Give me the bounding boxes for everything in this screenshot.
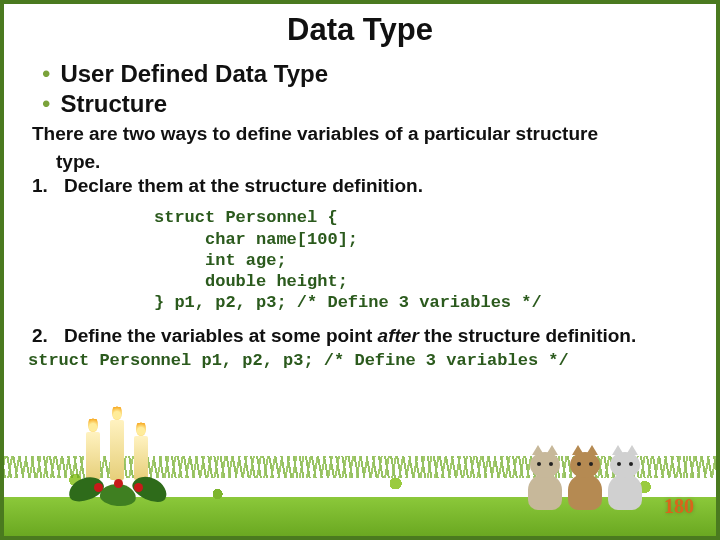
holly-icon xyxy=(64,466,174,506)
berry-icon xyxy=(134,483,143,492)
candles-decoration xyxy=(64,416,174,506)
item-text-after: the structure definition. xyxy=(419,325,636,346)
item-text: Declare them at the structure definition… xyxy=(64,174,686,198)
bullet-list: • User Defined Data Type • Structure xyxy=(42,60,716,118)
page-number: 180 xyxy=(664,495,694,518)
berry-icon xyxy=(114,479,123,488)
list-item: 1. Declare them at the structure definit… xyxy=(32,174,686,198)
flame-icon xyxy=(88,416,98,432)
bullet-label: User Defined Data Type xyxy=(60,60,328,88)
cat-icon xyxy=(526,452,564,510)
cat-icon xyxy=(606,452,644,510)
intro-text-line2: type. xyxy=(56,150,686,174)
bullet-item: • User Defined Data Type xyxy=(42,60,716,88)
bullet-item: • Structure xyxy=(42,90,716,118)
bullet-dot-icon: • xyxy=(42,60,50,88)
berry-icon xyxy=(94,483,103,492)
item-text: Define the variables at some point after… xyxy=(64,324,686,348)
item-text-italic: after xyxy=(378,325,419,346)
cats-decoration xyxy=(526,420,646,510)
slide: Data Type • User Defined Data Type • Str… xyxy=(0,0,720,540)
code-block-2: struct Personnel p1, p2, p3; /* Define 3… xyxy=(28,351,716,370)
bullet-label: Structure xyxy=(60,90,167,118)
item-number: 1. xyxy=(32,174,64,198)
cat-icon xyxy=(566,452,604,510)
code-block-1: struct Personnel { char name[100]; int a… xyxy=(154,207,716,313)
item-number: 2. xyxy=(32,324,64,348)
flame-icon xyxy=(112,404,122,420)
page-title: Data Type xyxy=(4,12,716,48)
flame-icon xyxy=(136,420,146,436)
intro-text-line1: There are two ways to define variables o… xyxy=(32,122,686,146)
item-text-before: Define the variables at some point xyxy=(64,325,378,346)
list-item: 2. Define the variables at some point af… xyxy=(32,324,686,348)
bullet-dot-icon: • xyxy=(42,90,50,118)
